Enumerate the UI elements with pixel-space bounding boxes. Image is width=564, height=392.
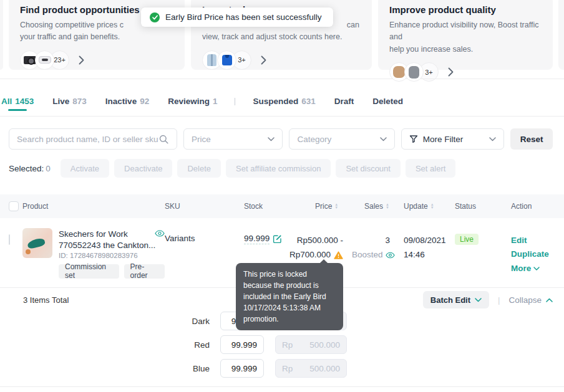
status-badge: Live [455, 234, 479, 245]
sku-cell: Variants [165, 218, 244, 287]
chevron-right-icon[interactable] [79, 55, 84, 65]
product-name-line2[interactable]: 770552243 the Cankton... [59, 241, 165, 250]
column-header-product: Product [22, 202, 165, 211]
set-affiliate-commission-button[interactable]: Set affiliate commission [226, 159, 331, 178]
eye-icon[interactable] [155, 230, 165, 237]
tab-reviewing[interactable]: Reviewing1 [167, 87, 218, 116]
product-thumbnail[interactable] [22, 228, 52, 258]
search-icon[interactable] [158, 134, 169, 145]
status-cell: Live [455, 218, 511, 287]
column-header-stock: Stock [244, 202, 289, 211]
variant-name: Red [0, 340, 210, 350]
check-circle-icon [150, 12, 160, 22]
column-header-status: Status [455, 202, 511, 211]
more-link[interactable]: More [511, 262, 540, 275]
chevron-down-icon [380, 137, 387, 141]
bottom-divider [0, 386, 564, 387]
tab-draft[interactable]: Draft [333, 87, 356, 116]
tab-separator [235, 98, 235, 105]
more-filter-dropdown[interactable]: More Filter [401, 128, 504, 150]
variant-row-blue: Blue Rp 500.000 [0, 359, 564, 378]
edit-stock-icon[interactable] [273, 234, 282, 244]
promo-card-desc: Enhance product visibility now, Boost tr… [389, 19, 543, 55]
currency-prefix: Rp [282, 340, 293, 350]
action-cell: Edit Duplicate More [511, 218, 564, 287]
variant-stock-input[interactable] [220, 359, 264, 378]
column-header-update[interactable]: Update ▲▼ [404, 202, 455, 211]
product-name[interactable]: Skechers for Work [59, 228, 128, 241]
chevron-right-icon[interactable] [261, 55, 266, 65]
set-alert-button[interactable]: Set alert [406, 159, 455, 178]
column-header-action: Action [511, 202, 564, 211]
deactivate-button[interactable]: Deactivate [114, 159, 172, 178]
product-cell: Skechers for Work 770552243 the Cankton.… [22, 218, 165, 287]
commission-set-tag: Commission set [59, 264, 119, 279]
variant-stock-input[interactable] [220, 335, 264, 354]
column-header-price[interactable]: Price ▲▼ [289, 202, 364, 211]
promo-card-products: 23+ [20, 50, 175, 70]
filter-row: Price Category More Filter Reset [9, 128, 553, 150]
product-id: ID: 17284678980283976 [59, 252, 165, 259]
variant-name: Blue [0, 364, 210, 373]
chevron-right-icon[interactable] [448, 67, 454, 77]
sweater-gray-product-icon [404, 62, 424, 82]
promo-card-products: 3+ [202, 50, 362, 70]
promo-card-quality[interactable]: Improve product quality Enhance product … [378, 0, 553, 70]
column-header-sku: SKU [165, 202, 244, 211]
select-all-checkbox[interactable] [9, 201, 19, 211]
collapse-button[interactable]: Collapse [508, 295, 553, 305]
variant-price-input-disabled: Rp 500.000 [275, 359, 347, 378]
sort-icon[interactable]: ▲▼ [430, 203, 434, 209]
duplicate-link[interactable]: Duplicate [511, 247, 564, 261]
sales-cell: 3 Boosted [352, 218, 404, 287]
vr-headset-product-icon [35, 50, 54, 70]
tab-suspended[interactable]: Suspended631 [251, 87, 316, 116]
delete-button[interactable]: Delete [177, 159, 221, 178]
promo-card-partial-left [0, 0, 3, 70]
search-box [9, 128, 177, 150]
section-divider [0, 79, 564, 79]
success-toast: Early Bird Price has been set successful… [141, 7, 333, 27]
set-discount-button[interactable]: Set discount [336, 159, 401, 178]
tab-deleted[interactable]: Deleted [371, 87, 404, 116]
currency-prefix: Rp [282, 364, 293, 373]
stock-value: 99.999 [244, 234, 270, 244]
variant-price-value: 500.000 [309, 364, 340, 373]
tab-all[interactable]: All1453 [0, 87, 35, 116]
update-time: 14:46 [404, 248, 455, 262]
category-filter-dropdown[interactable]: Category [289, 128, 394, 150]
update-date: 09/08/2021 [404, 234, 455, 248]
eye-icon[interactable] [386, 252, 395, 259]
sort-icon[interactable]: ▲▼ [386, 203, 389, 209]
promo-card-partial-right [558, 0, 564, 70]
product-management-page: Find product opportunities Choosing comp… [0, 0, 564, 392]
price-filter-dropdown[interactable]: Price [183, 128, 283, 150]
promo-card-title: Improve product quality [389, 4, 543, 15]
column-header-sales[interactable]: Sales ▲▼ [364, 202, 404, 211]
chevron-up-icon [546, 298, 553, 302]
tab-live[interactable]: Live873 [51, 87, 88, 116]
price-from: Rp500.000 - [289, 234, 343, 248]
shirt-product-icon [217, 50, 236, 70]
status-tabs: All1453 Live873 Inactive92 Reviewing1 Su… [0, 87, 564, 117]
batch-edit-button[interactable]: Batch Edit [423, 291, 489, 308]
table-header: Product SKU Stock Price ▲▼ Sales ▲▼ Upda… [0, 194, 564, 218]
chevron-down-icon [533, 267, 540, 270]
variant-row-red: Red Rp 500.000 [0, 335, 564, 354]
bulk-actions-row: Selected:0 Activate Deactivate Delete Se… [9, 159, 455, 178]
items-total-label: 3 Items Total [23, 295, 69, 305]
variant-name: Dark [0, 317, 210, 326]
warning-icon[interactable] [334, 251, 343, 259]
update-cell: 09/08/2021 14:46 [404, 218, 455, 287]
boosted-label: Boosted [352, 248, 383, 262]
row-checkbox[interactable] [9, 234, 10, 245]
edit-link[interactable]: Edit [511, 234, 564, 247]
reset-button[interactable]: Reset [510, 128, 553, 150]
search-input[interactable] [17, 135, 158, 144]
toast-message: Early Bird Price has been set successful… [165, 12, 322, 22]
activate-button[interactable]: Activate [61, 159, 109, 178]
tab-inactive[interactable]: Inactive92 [104, 87, 150, 116]
chevron-down-icon [268, 137, 275, 141]
variant-price-value: 500.000 [309, 340, 340, 350]
sort-icon[interactable]: ▲▼ [334, 203, 338, 209]
